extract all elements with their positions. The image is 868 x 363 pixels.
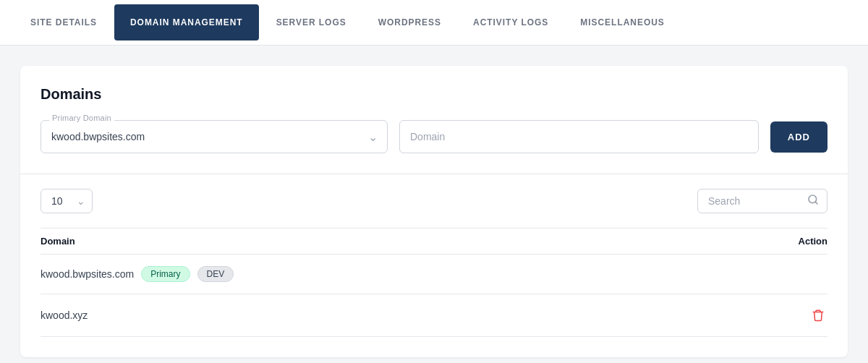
domain-col-header: Domain: [41, 229, 724, 255]
domain-cell: kwood.xyz: [41, 294, 724, 337]
table-row: kwood.bwpsites.comPrimaryDEV: [41, 255, 827, 294]
section-title: Domains: [41, 86, 827, 103]
table-row: kwood.xyz: [41, 294, 827, 337]
controls-row: 102550100 ⌄: [41, 189, 827, 213]
action-col-header: Action: [724, 229, 827, 255]
domain-name: kwood.xyz: [41, 309, 88, 321]
main-content: Domains Primary Domain kwood.bwpsites.co…: [0, 46, 868, 363]
nav-tab-miscellaneous[interactable]: MISCELLANEOUS: [564, 4, 680, 40]
primary-domain-label: Primary Domain: [49, 114, 114, 122]
domain-input[interactable]: [399, 120, 759, 153]
nav-tab-wordpress[interactable]: WORDPRESS: [362, 4, 457, 40]
search-input[interactable]: [697, 189, 827, 213]
table-body: kwood.bwpsites.comPrimaryDEVkwood.xyz: [41, 255, 827, 337]
nav-tab-domain-management[interactable]: DOMAIN MANAGEMENT: [114, 4, 259, 40]
primary-domain-select[interactable]: kwood.bwpsites.com: [41, 120, 388, 153]
nav-tab-site-details[interactable]: SITE DETAILS: [14, 4, 113, 40]
nav-tab-server-logs[interactable]: SERVER LOGS: [260, 4, 362, 40]
search-wrapper: [697, 189, 827, 213]
badge-primary: Primary: [141, 266, 190, 282]
delete-button[interactable]: [809, 306, 827, 325]
domains-table: Domain Action kwood.bwpsites.comPrimaryD…: [41, 228, 827, 337]
per-page-select[interactable]: 102550100: [41, 189, 93, 213]
domain-form-row: Primary Domain kwood.bwpsites.com ⌄ ADD: [41, 120, 827, 153]
nav-tab-activity-logs[interactable]: ACTIVITY LOGS: [457, 4, 564, 40]
divider: [20, 174, 848, 174]
nav-tabs: SITE DETAILSDOMAIN MANAGEMENTSERVER LOGS…: [0, 0, 868, 46]
action-cell: [724, 255, 827, 294]
badge-dev: DEV: [197, 266, 234, 282]
domain-cell: kwood.bwpsites.comPrimaryDEV: [41, 255, 724, 294]
add-button[interactable]: ADD: [770, 121, 827, 153]
domain-name: kwood.bwpsites.com: [41, 268, 134, 280]
per-page-wrapper: 102550100 ⌄: [41, 189, 93, 213]
action-cell: [724, 294, 827, 337]
table-header: Domain Action: [41, 229, 827, 255]
domains-card: Domains Primary Domain kwood.bwpsites.co…: [20, 66, 848, 357]
primary-domain-wrapper: Primary Domain kwood.bwpsites.com ⌄: [41, 120, 388, 153]
